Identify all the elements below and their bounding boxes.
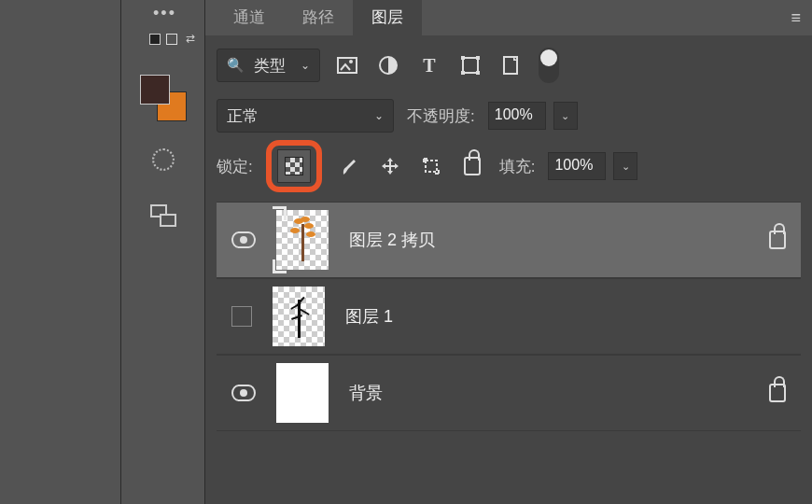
layer-row[interactable]: 图层 2 拷贝: [217, 202, 801, 278]
filter-smart-icon[interactable]: [497, 51, 525, 79]
panel-menu-icon[interactable]: ≡: [783, 1, 808, 35]
lock-transparent-highlight: [266, 140, 322, 192]
filter-text-icon[interactable]: T: [415, 51, 443, 79]
fill-stepper[interactable]: ⌄: [613, 152, 637, 180]
lock-artboard-icon[interactable]: [417, 152, 445, 180]
layers-list: 图层 2 拷贝 图层 1: [217, 202, 801, 431]
opacity-label: 不透明度:: [407, 105, 475, 127]
blend-mode-select[interactable]: 正常 ⌄: [217, 99, 394, 133]
layer-row[interactable]: 图层 1: [217, 278, 801, 355]
panel-tabs: 通道 路径 图层 ≡: [205, 0, 812, 35]
layer-thumbnail[interactable]: [273, 287, 325, 346]
svg-point-1: [349, 60, 353, 63]
filter-adjust-icon[interactable]: [374, 51, 402, 79]
dots-icon[interactable]: •••: [149, 4, 176, 23]
foreground-swatch[interactable]: [140, 75, 170, 105]
checker-icon: [285, 157, 303, 175]
svg-rect-6: [461, 71, 465, 75]
layer-thumbnail[interactable]: [276, 363, 329, 423]
lock-all-icon[interactable]: [458, 152, 486, 180]
selection-tool-icon[interactable]: [146, 142, 181, 177]
filter-image-icon[interactable]: [333, 51, 361, 79]
tool-dock: ••• ⇄: [121, 0, 205, 504]
fill-label: 填充:: [499, 156, 536, 177]
visibility-toggle[interactable]: [231, 306, 252, 327]
visibility-eye-icon[interactable]: [231, 231, 256, 248]
lock-move-icon[interactable]: [376, 152, 404, 180]
tab-layers[interactable]: 图层: [353, 0, 422, 35]
svg-rect-4: [461, 56, 465, 60]
fill-input[interactable]: 100%: [548, 152, 606, 180]
svg-rect-5: [476, 56, 480, 60]
layers-panel: 通道 路径 图层 ≡ 🔍 类型 ⌄ T: [205, 0, 812, 504]
lock-brush-icon[interactable]: [335, 152, 363, 180]
lock-label: 锁定:: [217, 156, 253, 177]
overlap-tool-icon[interactable]: [146, 198, 181, 233]
opacity-input[interactable]: 100%: [488, 102, 546, 130]
chevron-down-icon: ⌄: [374, 109, 384, 122]
svg-rect-9: [426, 161, 437, 172]
layer-lock-icon[interactable]: [769, 231, 786, 249]
color-swatches[interactable]: [140, 75, 187, 121]
chevron-down-icon: ⌄: [301, 59, 310, 72]
filter-label: 类型: [254, 55, 286, 77]
filter-type-select[interactable]: 🔍 类型 ⌄: [217, 49, 320, 82]
layer-lock-icon[interactable]: [769, 384, 786, 402]
tab-paths[interactable]: 路径: [284, 0, 353, 35]
tab-channels[interactable]: 通道: [215, 0, 284, 35]
visibility-eye-icon[interactable]: [231, 385, 256, 401]
blend-mode-value: 正常: [227, 105, 259, 127]
layer-thumbnail[interactable]: [276, 210, 329, 270]
search-icon: 🔍: [227, 57, 245, 74]
layer-name[interactable]: 背景: [349, 382, 749, 404]
svg-rect-3: [463, 58, 478, 73]
filter-toggle[interactable]: [539, 48, 559, 83]
opacity-stepper[interactable]: ⌄: [553, 102, 578, 130]
layer-row[interactable]: 背景: [217, 355, 801, 431]
svg-rect-7: [476, 71, 480, 75]
filter-shape-icon[interactable]: [456, 51, 484, 79]
layer-name[interactable]: 图层 2 拷贝: [349, 229, 749, 251]
lock-transparent-button[interactable]: [277, 149, 311, 183]
swap-swatches[interactable]: ⇄: [145, 34, 182, 56]
layer-name[interactable]: 图层 1: [345, 305, 786, 328]
